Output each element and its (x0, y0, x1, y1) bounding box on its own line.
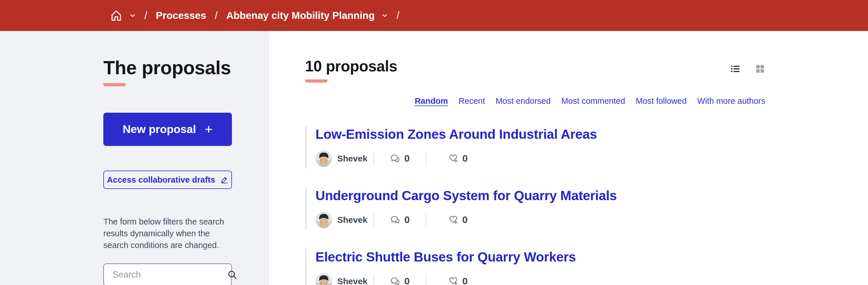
plus-icon: + (205, 122, 213, 136)
title-accent-underline (103, 83, 126, 86)
search-box (103, 263, 232, 285)
grid-view-icon[interactable] (755, 64, 765, 74)
proposal-author[interactable]: Shevek (315, 273, 373, 285)
filter-help-text: The form below filters the search result… (103, 216, 231, 251)
new-proposal-label: New proposal (123, 123, 196, 136)
sidebar-title: The proposals (103, 57, 232, 78)
endorsements-value: 0 (462, 153, 468, 164)
view-mode-toggles (730, 64, 765, 74)
proposal-author[interactable]: Shevek (315, 150, 373, 167)
proposal-meta: Shevek 0 (315, 273, 765, 285)
search-input[interactable] (113, 270, 227, 280)
endorsements-count[interactable]: 0 (426, 153, 489, 164)
list-view-icon[interactable] (730, 64, 741, 74)
proposal-item: Electric Shuttle Buses for Quarry Worker… (305, 249, 765, 285)
comments-count[interactable]: 0 (374, 153, 426, 164)
proposal-title-link[interactable]: Low-Emission Zones Around Industrial Are… (315, 127, 597, 142)
proposal-item: Low-Emission Zones Around Industrial Are… (305, 126, 765, 169)
comments-value: 0 (404, 276, 410, 285)
new-proposal-button[interactable]: New proposal + (103, 113, 232, 146)
breadcrumb-separator: / (213, 9, 219, 22)
proposal-count-title: 10 proposals (305, 57, 397, 75)
endorsements-count[interactable]: 0 (426, 276, 489, 285)
breadcrumb-separator: / (143, 9, 149, 22)
breadcrumb-space-link[interactable]: Abbenay city Mobility Planning (226, 10, 375, 21)
sort-option-with-more-authors[interactable]: With more authors (697, 96, 765, 106)
author-name: Shevek (337, 154, 367, 164)
proposal-meta: Shevek 0 (315, 211, 765, 228)
breadcrumb: / Processes / Abbenay city Mobility Plan… (110, 9, 401, 22)
comments-value: 0 (404, 153, 410, 164)
author-avatar (315, 212, 332, 228)
search-icon[interactable] (227, 270, 237, 280)
comments-count[interactable]: 0 (374, 276, 426, 285)
proposal-item: Underground Cargo System for Quarry Mate… (305, 187, 765, 230)
space-chevron-down-icon[interactable] (381, 12, 388, 19)
sort-option-random[interactable]: Random (415, 96, 448, 106)
breadcrumb-processes-link[interactable]: Processes (156, 10, 206, 21)
author-avatar (315, 150, 332, 167)
home-chevron-down-icon[interactable] (129, 12, 136, 19)
endorsements-value: 0 (462, 214, 468, 225)
comments-icon (390, 276, 400, 285)
proposal-author[interactable]: Shevek (315, 212, 373, 228)
sort-option-most-followed[interactable]: Most followed (636, 96, 687, 106)
endorsements-count[interactable]: 0 (426, 214, 489, 225)
count-accent-underline (305, 79, 328, 82)
proposal-meta: Shevek 0 (315, 150, 765, 167)
edit-pencil-icon (220, 175, 228, 184)
proposal-list: Low-Emission Zones Around Industrial Are… (305, 126, 765, 285)
author-name: Shevek (337, 215, 367, 225)
proposal-title-link[interactable]: Underground Cargo System for Quarry Mate… (315, 188, 617, 203)
endorse-heart-plus-icon (448, 276, 458, 285)
proposals-main-area: 10 proposals (269, 31, 868, 285)
home-icon[interactable] (110, 9, 123, 22)
sidebar: The proposals New proposal + Access coll… (0, 31, 269, 285)
sort-option-most-commented[interactable]: Most commented (561, 96, 625, 106)
author-name: Shevek (337, 276, 367, 285)
comments-icon (390, 215, 400, 225)
comments-count[interactable]: 0 (374, 214, 426, 225)
proposal-title-link[interactable]: Electric Shuttle Buses for Quarry Worker… (315, 249, 576, 264)
endorsements-value: 0 (462, 276, 468, 285)
author-avatar (315, 273, 332, 285)
comments-value: 0 (404, 214, 410, 225)
comments-icon (390, 153, 400, 164)
sort-options-row: Random Recent Most endorsed Most comment… (305, 96, 765, 106)
sort-option-recent[interactable]: Recent (459, 96, 485, 106)
sort-option-most-endorsed[interactable]: Most endorsed (496, 96, 551, 106)
access-drafts-label: Access collaborative drafts (107, 175, 215, 185)
access-drafts-button[interactable]: Access collaborative drafts (103, 171, 232, 189)
breadcrumb-separator: / (395, 9, 401, 22)
top-navigation-bar: / Processes / Abbenay city Mobility Plan… (0, 0, 868, 31)
endorse-heart-plus-icon (448, 153, 458, 164)
endorse-heart-plus-icon (448, 215, 458, 225)
